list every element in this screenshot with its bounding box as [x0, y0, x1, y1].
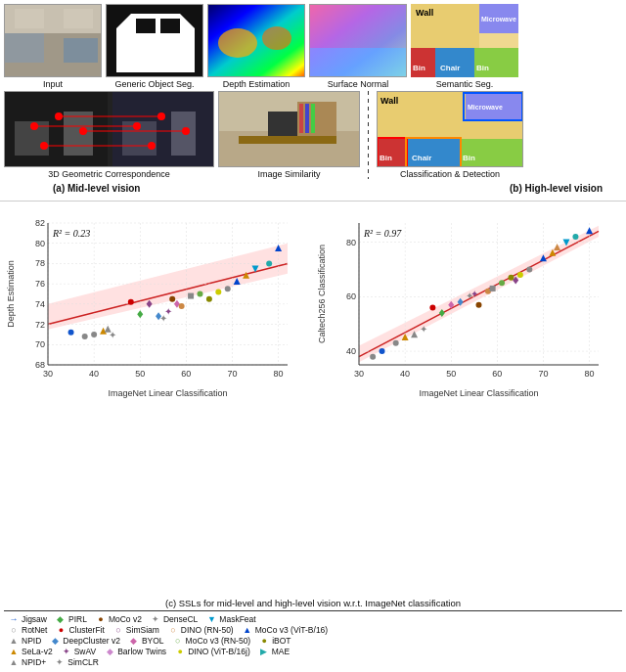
section-a-label: (a) Mid-level vision: [53, 183, 328, 194]
normal-label: Surface Normal: [328, 79, 389, 89]
legend-row-4: ▲ SeLa-v2 ✦ SwAV ◆ Barlow Twins ● DINO (…: [8, 647, 618, 656]
svg-rect-6: [64, 38, 98, 63]
svg-text:Microwave: Microwave: [468, 104, 503, 111]
legend-clusterfit-label: ClusterFit: [68, 625, 104, 635]
legend-row-5: ▲ NPID+ ✦ SimCLR: [8, 657, 618, 667]
svg-text:Wall: Wall: [416, 8, 433, 18]
legend-npidplus: ▲ NPID+: [8, 657, 46, 667]
svg-rect-50: [239, 136, 336, 144]
right-chart: [315, 203, 622, 596]
image-row-1: Input Generic Object Seg.: [4, 4, 622, 89]
left-chart: [4, 203, 311, 596]
semantic-top-cell: Wall Microwave Bin Chair Bin: [411, 4, 518, 89]
legend-npid-label: NPID: [22, 636, 41, 646]
legend-densecl-label: DenseCL: [163, 614, 198, 624]
legend-mocov3-vit: ▲ MoCo v3 (ViT-B/16): [242, 625, 328, 635]
legend-dino-rn50-label: DINO (RN-50): [181, 625, 234, 635]
legend-npidplus-label: NPID+: [22, 657, 46, 667]
depth-label: Depth Estimation: [223, 79, 291, 89]
svg-rect-5: [5, 33, 44, 63]
caption: (c) SSLs for mid-level and high-level vi…: [4, 598, 622, 608]
svg-rect-55: [311, 104, 315, 133]
svg-text:Chair: Chair: [412, 154, 431, 162]
legend-dino-vit: ● DINO (ViT-B/16j): [174, 647, 250, 656]
section-labels: (a) Mid-level vision (b) High-level visi…: [4, 181, 622, 201]
legend-row-1: → Jigsaw ◆ PIRL ● MoCo v2 ✦ DenseCL ▼: [8, 614, 618, 624]
normal-cell: Surface Normal: [309, 4, 407, 89]
svg-rect-9: [136, 19, 156, 33]
legend-byol-label: BYOL: [142, 636, 164, 646]
legend-ibot-label: iBOT: [272, 636, 291, 646]
svg-rect-3: [15, 9, 44, 28]
legend-mae: ▶ MAE: [258, 647, 290, 656]
semantic-top-label: Semantic Seg.: [436, 79, 494, 89]
legend-simclr: ✦ SimCLR: [54, 657, 99, 667]
legend-swav-label: SwAV: [74, 647, 97, 656]
legend-selav2-label: SeLa-v2: [22, 647, 53, 656]
legend-simsiam: ○ SimSiam: [112, 625, 159, 635]
input-cell: Input: [4, 4, 102, 89]
depth-cell: Depth Estimation: [207, 4, 305, 89]
legend-pirl: ◆ PIRL: [55, 614, 87, 624]
main-container: Input Generic Object Seg.: [0, 0, 626, 672]
legend-mocov2: ● MoCo v2: [95, 614, 142, 624]
legend-byol: ◆ BYOL: [128, 636, 164, 646]
legend-npid: ▲ NPID: [8, 636, 41, 646]
legend-maskfeat-label: MaskFeat: [219, 614, 255, 624]
svg-rect-4: [64, 9, 93, 28]
section-divider: [368, 91, 369, 179]
seg-cell: Generic Object Seg.: [106, 4, 203, 89]
top-section: Input Generic Object Seg.: [0, 0, 626, 202]
charts-section: (c) SSLs for mid-level and high-level vi…: [0, 202, 626, 672]
legend-mocov2-label: MoCo v2: [109, 614, 142, 624]
svg-marker-16: [310, 4, 406, 48]
image-row-2: 3D Geometric Correspondence: [4, 91, 622, 179]
svg-rect-54: [305, 104, 309, 133]
legend-dino-vit-label: DINO (ViT-B/16j): [188, 647, 250, 656]
detection-label: Classification & Detection: [400, 169, 500, 179]
svg-text:Bin: Bin: [476, 64, 489, 72]
svg-text:Bin: Bin: [413, 64, 425, 72]
svg-rect-15: [310, 48, 406, 77]
svg-text:Wall: Wall: [380, 96, 398, 106]
svg-rect-24: [435, 48, 474, 77]
legend-jigsaw: → Jigsaw: [8, 614, 47, 624]
legend-maskfeat: ▼ MaskFeat: [205, 614, 255, 624]
section-b-label: (b) High-level vision: [328, 183, 603, 194]
svg-text:Bin: Bin: [380, 154, 392, 162]
legend-simsiam-label: SimSiam: [126, 625, 159, 635]
svg-text:Bin: Bin: [463, 154, 475, 162]
legend-selav2: ▲ SeLa-v2: [8, 647, 53, 656]
legend-deepcluster: ◆ DeepCluster v2: [49, 636, 120, 646]
legend-mae-label: MAE: [272, 647, 290, 656]
svg-rect-32: [64, 112, 93, 156]
legend-barlow-label: Barlow Twins: [117, 647, 166, 656]
svg-text:Microwave: Microwave: [481, 16, 516, 22]
legend-densecl: ✦ DenseCL: [150, 614, 198, 624]
legend-swav: ✦ SwAV: [61, 647, 97, 656]
corr-cell: 3D Geometric Correspondence: [4, 91, 214, 179]
similarity-label: Image Similarity: [257, 169, 320, 179]
legend-deepcluster-label: DeepCluster v2: [63, 636, 120, 646]
corr-label: 3D Geometric Correspondence: [48, 169, 170, 179]
legend-pirl-label: PIRL: [68, 614, 87, 624]
legend-row-3: ▲ NPID ◆ DeepCluster v2 ◆ BYOL ○ MoCo v3…: [8, 636, 618, 646]
svg-rect-26: [474, 48, 518, 77]
svg-rect-53: [299, 104, 303, 133]
legend-clusterfit: ● ClusterFit: [55, 625, 104, 635]
svg-rect-10: [160, 19, 180, 33]
svg-point-12: [218, 28, 257, 58]
seg-label: Generic Object Seg.: [114, 79, 194, 89]
legend-row-2: ○ RotNet ● ClusterFit ○ SimSiam ○ DINO (…: [8, 625, 618, 635]
charts-row: [4, 203, 622, 596]
detection-cell: Wall Microwave Bin Chair Bin: [377, 91, 523, 179]
similarity-cell: Image Similarity: [218, 91, 360, 179]
svg-text:Chair: Chair: [440, 64, 460, 72]
legend-rotnet: ○ RotNet: [8, 625, 47, 635]
legend-jigsaw-label: Jigsaw: [22, 614, 47, 624]
legend-section: → Jigsaw ◆ PIRL ● MoCo v2 ✦ DenseCL ▼: [4, 610, 622, 670]
legend-ibot: ● iBOT: [258, 636, 291, 646]
legend-rotnet-label: RotNet: [22, 625, 47, 635]
legend-mocov3-rn-label: MoCo v3 (RN-50): [186, 636, 251, 646]
legend-mocov3-vit-label: MoCo v3 (ViT-B/16): [255, 625, 328, 635]
